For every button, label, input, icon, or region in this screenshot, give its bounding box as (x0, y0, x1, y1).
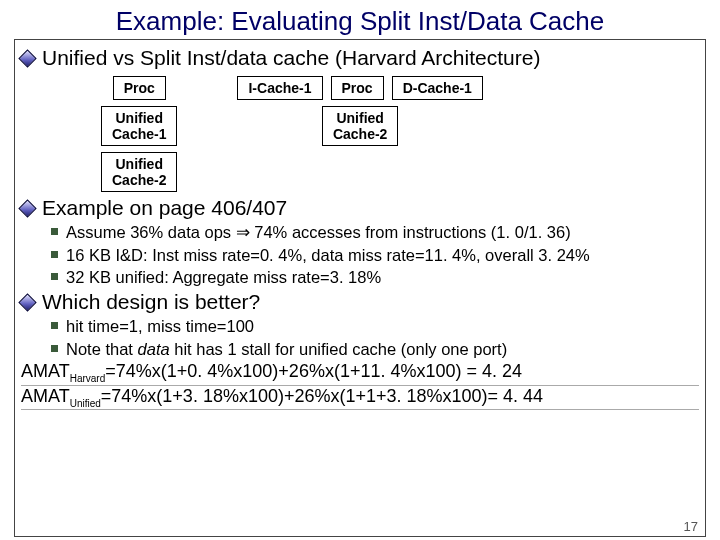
text-a: Assume 36% data ops (66, 223, 236, 241)
amat-unified: AMATUnified=74%x(1+3. 18%x100)+26%x(1+1+… (21, 386, 699, 411)
slide-title: Example: Evaluating Split Inst/Data Cach… (0, 6, 720, 37)
unified-column: Proc Unified Cache-1 Unified Cache-2 (101, 76, 177, 192)
sub-text: hit time=1, miss time=100 (66, 316, 254, 337)
page-number: 17 (684, 519, 698, 534)
text-b: 74% accesses from instructions (1. 0/1. … (250, 223, 571, 241)
box-unified-cache-2-harvard: Unified Cache-2 (322, 106, 398, 146)
sub-32kb: 32 KB unified: Aggregate miss rate=3. 18… (51, 267, 699, 288)
bullet-unified-vs-split: Unified vs Split Inst/data cache (Harvar… (21, 46, 699, 70)
diamond-icon (18, 49, 36, 67)
sub-note: Note that data hit has 1 stall for unifi… (51, 339, 699, 360)
box-proc: Proc (113, 76, 166, 100)
content-frame: Unified vs Split Inst/data cache (Harvar… (14, 39, 706, 537)
diamond-icon (18, 199, 36, 217)
square-icon (51, 228, 58, 235)
amat-sub: Unified (70, 397, 101, 408)
bullet-text: Which design is better? (42, 290, 260, 314)
amat-eq: =74%x(1+0. 4%x100)+26%x(1+11. 4%x100) = … (105, 361, 522, 381)
sub-text: 32 KB unified: Aggregate miss rate=3. 18… (66, 267, 381, 288)
bullet-text: Example on page 406/407 (42, 196, 287, 220)
square-icon (51, 273, 58, 280)
diamond-icon (18, 293, 36, 311)
text-a: Note that (66, 340, 138, 358)
amat-eq: =74%x(1+3. 18%x100)+26%x(1+1+3. 18%x100)… (101, 386, 543, 406)
amat-harvard: AMATHarvard=74%x(1+0. 4%x100)+26%x(1+11.… (21, 361, 699, 386)
harvard-column: I-Cache-1 Proc D-Cache-1 Unified Cache-2 (237, 76, 482, 146)
amat-label: AMAT (21, 386, 70, 406)
harvard-top-row: I-Cache-1 Proc D-Cache-1 (237, 76, 482, 100)
sub-assume: Assume 36% data ops ⇒ 74% accesses from … (51, 222, 699, 243)
box-unified-cache-2: Unified Cache-2 (101, 152, 177, 192)
architecture-diagram: Proc Unified Cache-1 Unified Cache-2 I-C… (101, 76, 699, 192)
bullet-text: Unified vs Split Inst/data cache (Harvar… (42, 46, 540, 70)
box-proc-harvard: Proc (331, 76, 384, 100)
box-icache: I-Cache-1 (237, 76, 322, 100)
amat-label: AMAT (21, 361, 70, 381)
text-c: hit has 1 stall for unified cache (only … (170, 340, 508, 358)
text-italic: data (138, 340, 170, 358)
sub-hit-miss: hit time=1, miss time=100 (51, 316, 699, 337)
bullet-example-page: Example on page 406/407 (21, 196, 699, 220)
amat-sub: Harvard (70, 373, 106, 384)
sub-16kb: 16 KB I&D: Inst miss rate=0. 4%, data mi… (51, 245, 699, 266)
sub-text: Assume 36% data ops ⇒ 74% accesses from … (66, 222, 571, 243)
box-dcache: D-Cache-1 (392, 76, 483, 100)
square-icon (51, 345, 58, 352)
box-unified-cache-1: Unified Cache-1 (101, 106, 177, 146)
sub-text: 16 KB I&D: Inst miss rate=0. 4%, data mi… (66, 245, 590, 266)
bullet-which-design: Which design is better? (21, 290, 699, 314)
arrow-icon: ⇒ (236, 223, 250, 241)
square-icon (51, 251, 58, 258)
square-icon (51, 322, 58, 329)
sub-text: Note that data hit has 1 stall for unifi… (66, 339, 507, 360)
